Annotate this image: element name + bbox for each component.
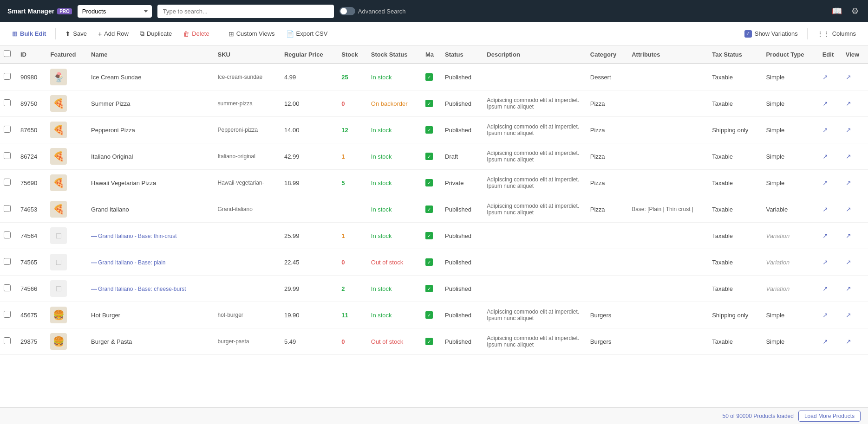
- row-checkbox[interactable]: [4, 337, 11, 344]
- custom-views-button[interactable]: ⊞ Custom Views: [224, 27, 280, 40]
- cell-edit[interactable]: ↗: [819, 64, 842, 90]
- managed-check[interactable]: ✓: [425, 338, 433, 345]
- col-product-type[interactable]: Product Type: [762, 45, 818, 64]
- col-name[interactable]: Name: [87, 45, 214, 64]
- edit-icon[interactable]: ↗: [822, 179, 828, 186]
- view-icon[interactable]: ↗: [846, 311, 851, 319]
- cell-edit[interactable]: ↗: [819, 276, 842, 302]
- managed-check[interactable]: ✓: [425, 232, 433, 239]
- duplicate-button[interactable]: ⧉ Duplicate: [135, 27, 176, 40]
- col-tax-status[interactable]: Tax Status: [708, 45, 762, 64]
- edit-icon[interactable]: ↗: [822, 126, 828, 134]
- cell-view[interactable]: ↗: [842, 143, 868, 170]
- managed-check[interactable]: ✓: [425, 258, 433, 266]
- cell-edit[interactable]: ↗: [819, 117, 842, 143]
- col-category[interactable]: Category: [587, 45, 628, 64]
- cell-managed[interactable]: ✓: [422, 328, 441, 355]
- cell-managed[interactable]: ✓: [422, 302, 441, 328]
- view-icon[interactable]: ↗: [846, 338, 851, 345]
- managed-check[interactable]: ✓: [425, 179, 433, 186]
- show-variations-button[interactable]: ✓ Show Variations: [740, 27, 803, 40]
- row-checkbox-cell[interactable]: [0, 64, 17, 90]
- advanced-search-toggle[interactable]: Advanced Search: [339, 7, 406, 15]
- bulk-edit-button[interactable]: ⊞ Bulk Edit: [7, 27, 51, 40]
- row-checkbox-cell[interactable]: [0, 276, 17, 302]
- book-icon[interactable]: 📖: [830, 4, 844, 18]
- cell-managed[interactable]: ✓: [422, 276, 441, 302]
- row-checkbox[interactable]: [4, 179, 11, 186]
- managed-check[interactable]: ✓: [425, 285, 433, 292]
- managed-check[interactable]: ✓: [425, 206, 433, 213]
- row-checkbox-cell[interactable]: [0, 196, 17, 223]
- view-icon[interactable]: ↗: [846, 100, 851, 107]
- edit-icon[interactable]: ↗: [822, 73, 828, 81]
- settings-icon[interactable]: ⚙: [849, 4, 861, 18]
- cell-managed[interactable]: ✓: [422, 64, 441, 90]
- row-checkbox[interactable]: [4, 126, 11, 133]
- cell-edit[interactable]: ↗: [819, 223, 842, 249]
- col-description[interactable]: Description: [483, 45, 586, 64]
- edit-icon[interactable]: ↗: [822, 232, 828, 239]
- cell-view[interactable]: ↗: [842, 90, 868, 117]
- view-icon[interactable]: ↗: [846, 258, 851, 266]
- cell-managed[interactable]: ✓: [422, 143, 441, 170]
- cell-managed[interactable]: ✓: [422, 90, 441, 117]
- cell-view[interactable]: ↗: [842, 223, 868, 249]
- view-icon[interactable]: ↗: [846, 73, 851, 81]
- row-checkbox-cell[interactable]: [0, 328, 17, 355]
- row-checkbox[interactable]: [4, 231, 11, 238]
- managed-check[interactable]: ✓: [425, 311, 433, 319]
- search-input[interactable]: [157, 5, 334, 18]
- cell-view[interactable]: ↗: [842, 64, 868, 90]
- col-attributes[interactable]: Attributes: [628, 45, 708, 64]
- row-checkbox[interactable]: [4, 152, 11, 159]
- header-select-all[interactable]: [0, 45, 17, 64]
- row-checkbox-cell[interactable]: [0, 170, 17, 196]
- cell-view[interactable]: ↗: [842, 328, 868, 355]
- col-edit[interactable]: Edit: [819, 45, 842, 64]
- row-checkbox[interactable]: [4, 258, 11, 265]
- cell-edit[interactable]: ↗: [819, 249, 842, 276]
- col-status[interactable]: Status: [441, 45, 483, 64]
- cell-managed[interactable]: ✓: [422, 117, 441, 143]
- load-more-button[interactable]: Load More Products: [798, 411, 861, 422]
- save-button[interactable]: ⬆ Save: [60, 27, 91, 40]
- cell-managed[interactable]: ✓: [422, 249, 441, 276]
- view-icon[interactable]: ↗: [846, 126, 851, 134]
- cell-edit[interactable]: ↗: [819, 302, 842, 328]
- edit-icon[interactable]: ↗: [822, 206, 828, 213]
- col-id[interactable]: ID: [17, 45, 46, 64]
- managed-check[interactable]: ✓: [425, 126, 433, 134]
- add-row-button[interactable]: + Add Row: [93, 27, 133, 40]
- cell-view[interactable]: ↗: [842, 196, 868, 223]
- edit-icon[interactable]: ↗: [822, 338, 828, 345]
- row-checkbox[interactable]: [4, 73, 11, 80]
- view-icon[interactable]: ↗: [846, 179, 851, 186]
- col-price[interactable]: Regular Price: [281, 45, 338, 64]
- managed-check[interactable]: ✓: [425, 153, 433, 160]
- row-checkbox[interactable]: [4, 284, 11, 291]
- view-icon[interactable]: ↗: [846, 285, 851, 292]
- col-stock[interactable]: Stock: [338, 45, 367, 64]
- row-checkbox[interactable]: [4, 311, 11, 318]
- col-view[interactable]: View: [842, 45, 868, 64]
- col-sku[interactable]: SKU: [214, 45, 281, 64]
- show-variations-checkbox[interactable]: ✓: [744, 30, 752, 38]
- cell-view[interactable]: ↗: [842, 302, 868, 328]
- cell-edit[interactable]: ↗: [819, 170, 842, 196]
- col-ma[interactable]: Ma: [422, 45, 441, 64]
- row-checkbox-cell[interactable]: [0, 90, 17, 117]
- edit-icon[interactable]: ↗: [822, 258, 828, 266]
- edit-icon[interactable]: ↗: [822, 311, 828, 319]
- row-checkbox-cell[interactable]: [0, 143, 17, 170]
- export-csv-button[interactable]: 📄 Export CSV: [281, 27, 333, 40]
- row-checkbox-cell[interactable]: [0, 249, 17, 276]
- edit-icon[interactable]: ↗: [822, 100, 828, 107]
- cell-managed[interactable]: ✓: [422, 170, 441, 196]
- cell-edit[interactable]: ↗: [819, 143, 842, 170]
- cell-view[interactable]: ↗: [842, 276, 868, 302]
- view-icon[interactable]: ↗: [846, 232, 851, 239]
- row-checkbox-cell[interactable]: [0, 223, 17, 249]
- cell-managed[interactable]: ✓: [422, 196, 441, 223]
- cell-view[interactable]: ↗: [842, 170, 868, 196]
